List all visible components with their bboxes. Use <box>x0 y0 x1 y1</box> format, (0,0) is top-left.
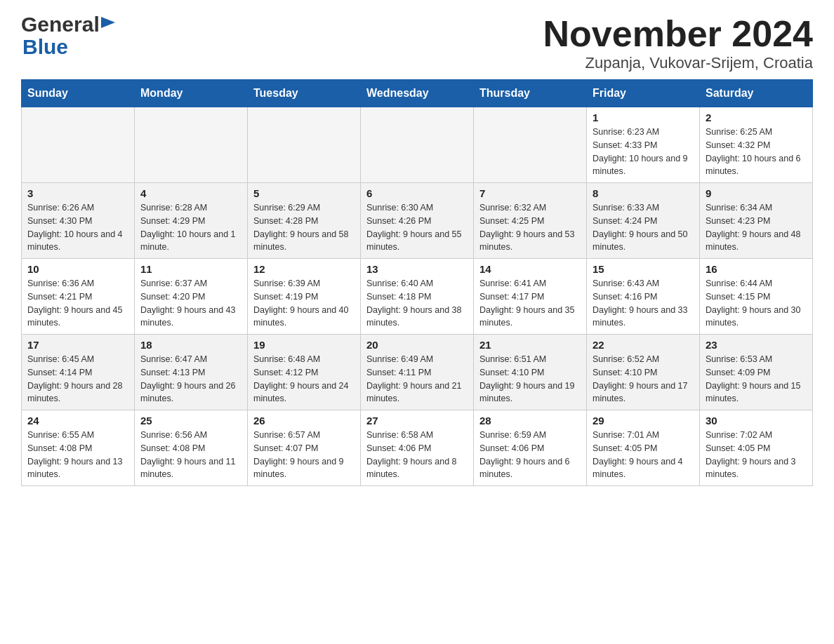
day-info: Sunrise: 6:26 AMSunset: 4:30 PMDaylight:… <box>27 201 128 254</box>
header-tuesday: Tuesday <box>248 80 361 107</box>
day-number: 22 <box>593 339 694 351</box>
header-friday: Friday <box>587 80 700 107</box>
day-info: Sunrise: 6:57 AMSunset: 4:07 PMDaylight:… <box>253 429 355 481</box>
day-number: 19 <box>253 339 355 351</box>
day-info: Sunrise: 6:29 AMSunset: 4:28 PMDaylight:… <box>253 201 355 254</box>
day-number: 1 <box>593 112 694 123</box>
table-row: 4Sunrise: 6:28 AMSunset: 4:29 PMDaylight… <box>135 183 248 259</box>
table-row: 12Sunrise: 6:39 AMSunset: 4:19 PMDayligh… <box>248 259 361 335</box>
day-number: 21 <box>479 339 581 351</box>
table-row: 24Sunrise: 6:55 AMSunset: 4:08 PMDayligh… <box>22 410 135 486</box>
day-info: Sunrise: 6:59 AMSunset: 4:06 PMDaylight:… <box>479 429 581 481</box>
day-number: 3 <box>27 187 128 199</box>
day-info: Sunrise: 6:30 AMSunset: 4:26 PMDaylight:… <box>366 201 468 254</box>
day-info: Sunrise: 6:52 AMSunset: 4:10 PMDaylight:… <box>593 353 694 405</box>
logo-blue: Blue <box>22 35 68 59</box>
day-info: Sunrise: 6:53 AMSunset: 4:09 PMDaylight:… <box>706 353 807 405</box>
day-info: Sunrise: 6:43 AMSunset: 4:16 PMDaylight:… <box>593 277 694 330</box>
table-row <box>135 107 248 183</box>
day-info: Sunrise: 6:45 AMSunset: 4:14 PMDaylight:… <box>27 353 128 405</box>
header-thursday: Thursday <box>474 80 587 107</box>
day-info: Sunrise: 6:41 AMSunset: 4:17 PMDaylight:… <box>479 277 581 330</box>
day-info: Sunrise: 6:39 AMSunset: 4:19 PMDaylight:… <box>253 277 355 330</box>
calendar-subtitle: Zupanja, Vukovar-Srijem, Croatia <box>543 54 813 72</box>
day-info: Sunrise: 6:51 AMSunset: 4:10 PMDaylight:… <box>479 353 581 405</box>
day-number: 16 <box>706 263 807 275</box>
day-info: Sunrise: 6:32 AMSunset: 4:25 PMDaylight:… <box>479 201 581 254</box>
day-info: Sunrise: 6:25 AMSunset: 4:32 PMDaylight:… <box>706 126 807 178</box>
table-row: 26Sunrise: 6:57 AMSunset: 4:07 PMDayligh… <box>248 410 361 486</box>
title-block: November 2024 Zupanja, Vukovar-Srijem, C… <box>543 14 813 72</box>
day-info: Sunrise: 6:33 AMSunset: 4:24 PMDaylight:… <box>593 201 694 254</box>
day-info: Sunrise: 7:01 AMSunset: 4:05 PMDaylight:… <box>593 429 694 481</box>
calendar-table: Sunday Monday Tuesday Wednesday Thursday… <box>21 79 813 486</box>
table-row: 3Sunrise: 6:26 AMSunset: 4:30 PMDaylight… <box>22 183 135 259</box>
calendar-title: November 2024 <box>543 14 813 54</box>
day-info: Sunrise: 6:34 AMSunset: 4:23 PMDaylight:… <box>706 201 807 254</box>
table-row: 28Sunrise: 6:59 AMSunset: 4:06 PMDayligh… <box>474 410 587 486</box>
day-number: 8 <box>593 187 694 199</box>
table-row: 27Sunrise: 6:58 AMSunset: 4:06 PMDayligh… <box>361 410 474 486</box>
day-number: 10 <box>27 263 128 275</box>
table-row: 10Sunrise: 6:36 AMSunset: 4:21 PMDayligh… <box>22 259 135 335</box>
day-info: Sunrise: 6:40 AMSunset: 4:18 PMDaylight:… <box>366 277 468 330</box>
logo: General Blue <box>21 14 117 59</box>
table-row: 6Sunrise: 6:30 AMSunset: 4:26 PMDaylight… <box>361 183 474 259</box>
day-number: 18 <box>140 339 241 351</box>
day-info: Sunrise: 6:56 AMSunset: 4:08 PMDaylight:… <box>140 429 241 481</box>
day-info: Sunrise: 6:58 AMSunset: 4:06 PMDaylight:… <box>366 429 468 481</box>
logo-general: General <box>21 14 100 35</box>
table-row: 15Sunrise: 6:43 AMSunset: 4:16 PMDayligh… <box>587 259 700 335</box>
day-number: 26 <box>253 415 355 427</box>
day-number: 23 <box>706 339 807 351</box>
day-number: 2 <box>706 112 807 123</box>
table-row: 2Sunrise: 6:25 AMSunset: 4:32 PMDaylight… <box>700 107 813 183</box>
logo-triangle-icon <box>101 17 117 32</box>
table-row: 9Sunrise: 6:34 AMSunset: 4:23 PMDaylight… <box>700 183 813 259</box>
day-info: Sunrise: 6:49 AMSunset: 4:11 PMDaylight:… <box>366 353 468 405</box>
day-number: 12 <box>253 263 355 275</box>
day-info: Sunrise: 6:37 AMSunset: 4:20 PMDaylight:… <box>140 277 241 330</box>
table-row: 16Sunrise: 6:44 AMSunset: 4:15 PMDayligh… <box>700 259 813 335</box>
day-number: 15 <box>593 263 694 275</box>
day-number: 30 <box>706 415 807 427</box>
page-header: General Blue November 2024 Zupanja, Vuko… <box>21 14 813 72</box>
day-number: 11 <box>140 263 241 275</box>
table-row: 1Sunrise: 6:23 AMSunset: 4:33 PMDaylight… <box>587 107 700 183</box>
table-row: 17Sunrise: 6:45 AMSunset: 4:14 PMDayligh… <box>22 335 135 410</box>
day-number: 14 <box>479 263 581 275</box>
table-row: 8Sunrise: 6:33 AMSunset: 4:24 PMDaylight… <box>587 183 700 259</box>
table-row: 18Sunrise: 6:47 AMSunset: 4:13 PMDayligh… <box>135 335 248 410</box>
header-sunday: Sunday <box>22 80 135 107</box>
day-info: Sunrise: 6:55 AMSunset: 4:08 PMDaylight:… <box>27 429 128 481</box>
header-wednesday: Wednesday <box>361 80 474 107</box>
table-row: 11Sunrise: 6:37 AMSunset: 4:20 PMDayligh… <box>135 259 248 335</box>
calendar-week-row: 17Sunrise: 6:45 AMSunset: 4:14 PMDayligh… <box>22 335 813 410</box>
table-row <box>248 107 361 183</box>
day-number: 17 <box>27 339 128 351</box>
table-row: 5Sunrise: 6:29 AMSunset: 4:28 PMDaylight… <box>248 183 361 259</box>
calendar-header-row: Sunday Monday Tuesday Wednesday Thursday… <box>22 80 813 107</box>
day-number: 4 <box>140 187 241 199</box>
table-row: 30Sunrise: 7:02 AMSunset: 4:05 PMDayligh… <box>700 410 813 486</box>
day-number: 7 <box>479 187 581 199</box>
day-info: Sunrise: 6:23 AMSunset: 4:33 PMDaylight:… <box>593 126 694 178</box>
day-number: 27 <box>366 415 468 427</box>
day-info: Sunrise: 7:02 AMSunset: 4:05 PMDaylight:… <box>706 429 807 481</box>
table-row: 20Sunrise: 6:49 AMSunset: 4:11 PMDayligh… <box>361 335 474 410</box>
table-row: 29Sunrise: 7:01 AMSunset: 4:05 PMDayligh… <box>587 410 700 486</box>
table-row <box>361 107 474 183</box>
calendar-week-row: 1Sunrise: 6:23 AMSunset: 4:33 PMDaylight… <box>22 107 813 183</box>
day-number: 5 <box>253 187 355 199</box>
calendar-week-row: 10Sunrise: 6:36 AMSunset: 4:21 PMDayligh… <box>22 259 813 335</box>
day-number: 20 <box>366 339 468 351</box>
table-row <box>22 107 135 183</box>
day-info: Sunrise: 6:48 AMSunset: 4:12 PMDaylight:… <box>253 353 355 405</box>
table-row: 25Sunrise: 6:56 AMSunset: 4:08 PMDayligh… <box>135 410 248 486</box>
header-saturday: Saturday <box>700 80 813 107</box>
table-row: 23Sunrise: 6:53 AMSunset: 4:09 PMDayligh… <box>700 335 813 410</box>
table-row: 13Sunrise: 6:40 AMSunset: 4:18 PMDayligh… <box>361 259 474 335</box>
day-info: Sunrise: 6:36 AMSunset: 4:21 PMDaylight:… <box>27 277 128 330</box>
calendar-week-row: 24Sunrise: 6:55 AMSunset: 4:08 PMDayligh… <box>22 410 813 486</box>
table-row: 21Sunrise: 6:51 AMSunset: 4:10 PMDayligh… <box>474 335 587 410</box>
